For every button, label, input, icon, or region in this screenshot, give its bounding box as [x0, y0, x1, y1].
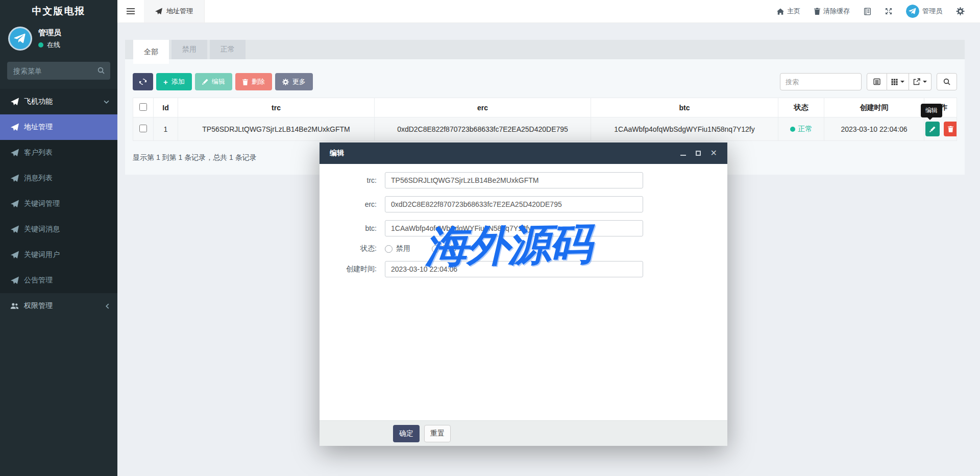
row-checkbox[interactable] — [139, 125, 147, 132]
toolbar: + 添加 编辑 删除 更多 — [133, 73, 957, 90]
hamburger-menu-icon[interactable] — [117, 0, 144, 22]
modal-header[interactable]: 编辑 ✕ — [320, 142, 727, 164]
table-search-input[interactable] — [780, 73, 862, 90]
toolbar-right — [780, 73, 957, 90]
users-icon — [10, 302, 19, 310]
confirm-button[interactable]: 确定 — [393, 425, 420, 442]
avatar — [8, 27, 32, 51]
sidebar-item-keyword-message[interactable]: 关键词消息 — [0, 217, 117, 242]
column-header-status[interactable]: 状态 — [778, 98, 824, 117]
modal-title: 编辑 — [330, 149, 344, 158]
column-header-created[interactable]: 创建时间 — [824, 98, 924, 117]
radio-icon[interactable] — [385, 245, 393, 253]
sidebar-item-flight-functions[interactable]: 飞机功能 — [0, 89, 117, 114]
reset-button[interactable]: 重置 — [424, 425, 451, 442]
fullscreen-icon[interactable] — [885, 8, 892, 15]
row-edit-button[interactable] — [925, 122, 940, 136]
delete-button[interactable]: 删除 — [235, 73, 272, 90]
trash-icon — [948, 126, 953, 132]
edit-tooltip: 编辑 — [921, 104, 942, 117]
search-icon[interactable] — [97, 67, 105, 76]
created-field[interactable] — [385, 261, 643, 277]
status-dot — [790, 127, 795, 132]
pagination-switch-button[interactable] — [867, 73, 887, 90]
sidebar-item-announcement-management[interactable]: 公告管理 — [0, 268, 117, 293]
tab-disabled[interactable]: 禁用 — [172, 40, 207, 59]
filter-tabs: 全部 禁用 正常 — [125, 40, 965, 59]
paper-plane-icon — [10, 123, 19, 131]
edit-button[interactable]: 编辑 — [195, 73, 232, 90]
sidebar-search-input[interactable] — [7, 62, 110, 80]
status-radio-disabled[interactable]: 禁用 — [385, 244, 410, 253]
sidebar-item-message-list[interactable]: 消息列表 — [0, 165, 117, 191]
columns-button[interactable] — [887, 73, 909, 90]
table-header-row: Id trc erc btc 状态 创建时间 操作 — [133, 98, 957, 117]
paper-plane-icon — [10, 251, 19, 259]
tab-all[interactable]: 全部 — [133, 40, 169, 64]
column-header-erc[interactable]: erc — [375, 98, 591, 117]
add-button[interactable]: + 添加 — [156, 73, 192, 90]
home-link[interactable]: 主页 — [777, 7, 800, 16]
user-menu[interactable]: 管理员 — [906, 5, 942, 18]
sidebar-item-customer-list[interactable]: 客户列表 — [0, 140, 117, 165]
more-button[interactable]: 更多 — [275, 73, 313, 90]
erc-field[interactable] — [385, 196, 643, 212]
sidebar-group-flight: 地址管理 客户列表 消息列表 关键词管理 关键词消息 — [0, 114, 117, 293]
edit-modal: 编辑 ✕ trc: erc: btc: 状态: 禁用 正常 — [320, 142, 727, 446]
row-delete-button[interactable] — [944, 122, 957, 136]
tab-address-management[interactable]: 地址管理 — [144, 0, 205, 22]
sidebar-item-permission-management[interactable]: 权限管理 — [0, 293, 117, 319]
form-row-erc: erc: — [320, 196, 727, 212]
form-row-status: 状态: 禁用 正常 — [320, 244, 727, 253]
sidebar-item-keyword-user[interactable]: 关键词用户 — [0, 242, 117, 268]
trc-field[interactable] — [385, 172, 643, 188]
modal-body: trc: erc: btc: 状态: 禁用 正常 创建时间: — [320, 164, 727, 420]
status-radio-normal[interactable]: 正常 — [432, 244, 457, 253]
cell-trc: TP56SDRJLtQWG7SjrLzLB14Be2MUxkGFTM — [178, 117, 375, 141]
chevron-down-icon — [104, 100, 109, 104]
sidebar-search — [7, 62, 110, 80]
refresh-button[interactable] — [133, 73, 153, 90]
close-icon[interactable]: ✕ — [710, 149, 717, 157]
clear-cache-link[interactable]: 清除缓存 — [814, 7, 850, 16]
paper-plane-icon — [10, 174, 19, 182]
column-header-trc[interactable]: trc — [178, 98, 375, 117]
column-header-id[interactable]: Id — [154, 98, 178, 117]
paper-plane-icon — [10, 225, 19, 233]
online-dot — [38, 42, 43, 47]
pencil-icon — [202, 79, 208, 85]
erc-label: erc: — [320, 200, 385, 208]
cell-status: 正常 — [778, 117, 824, 141]
caret-down-icon — [900, 81, 904, 83]
user-status: 在线 — [38, 40, 61, 50]
trc-label: trc: — [320, 176, 385, 184]
pencil-icon — [929, 126, 936, 132]
sidebar-item-keyword-management[interactable]: 关键词管理 — [0, 191, 117, 217]
top-navbar: 地址管理 主页 清除缓存 — [117, 0, 980, 23]
column-header-btc[interactable]: btc — [591, 98, 778, 117]
form-row-btc: btc: — [320, 220, 727, 236]
btc-field[interactable] — [385, 220, 643, 236]
telegram-icon — [10, 28, 31, 49]
user-panel: 管理员 在线 — [0, 22, 117, 58]
export-icon — [913, 78, 920, 85]
cell-id: 1 — [154, 117, 178, 141]
table-search — [780, 73, 862, 90]
radio-icon[interactable] — [432, 245, 439, 253]
table-row[interactable]: 1 TP56SDRJLtQWG7SjrLzLB14Be2MUxkGFTM 0xd… — [133, 117, 957, 141]
paper-plane-icon — [155, 8, 162, 15]
settings-cogs-icon[interactable] — [956, 7, 965, 15]
app-title: 中文版电报 — [0, 0, 117, 22]
export-button[interactable] — [909, 73, 932, 90]
cell-created: 2023-03-10 22:04:06 — [824, 117, 924, 141]
maximize-icon[interactable] — [696, 151, 701, 156]
gear-icon — [282, 79, 289, 85]
log-notebook-icon[interactable] — [864, 8, 871, 15]
sidebar-menu: 飞机功能 地址管理 客户列表 消息列表 关键词管理 — [0, 89, 117, 476]
sidebar-item-address-management[interactable]: 地址管理 — [0, 114, 117, 140]
select-all-checkbox[interactable] — [139, 103, 147, 111]
caret-down-icon — [923, 81, 927, 83]
search-button[interactable] — [937, 73, 957, 90]
minimize-icon[interactable] — [680, 155, 686, 156]
tab-normal[interactable]: 正常 — [210, 40, 246, 59]
